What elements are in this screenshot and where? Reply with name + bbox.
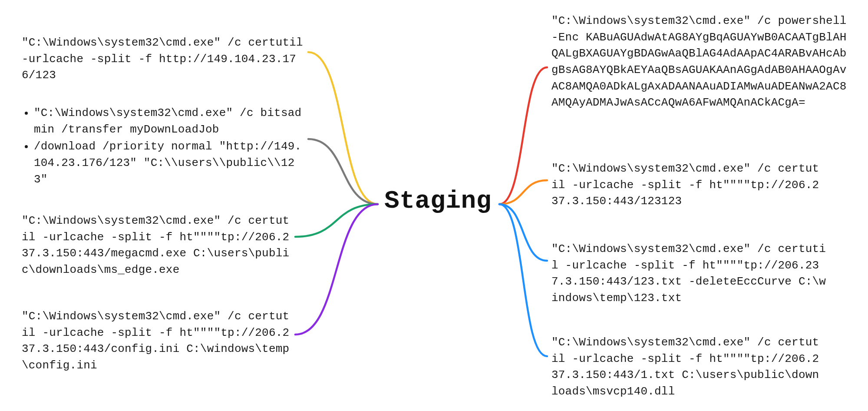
branch-bullet-list: "C:\Windows\system32\cmd.exe" /c bitsadm… xyxy=(22,105,304,188)
branch-text: "C:\Windows\system32\cmd.exe" /c certuti… xyxy=(551,162,819,208)
connector-r4 xyxy=(499,204,547,356)
branch-node-l2: "C:\Windows\system32\cmd.exe" /c bitsadm… xyxy=(22,104,304,189)
connector-r1 xyxy=(499,67,547,204)
connector-r3 xyxy=(499,204,547,261)
connector-l1 xyxy=(308,52,378,204)
branch-text: "C:\Windows\system32\cmd.exe" /c powersh… xyxy=(551,14,847,109)
branch-node-r1: "C:\Windows\system32\cmd.exe" /c powersh… xyxy=(551,13,847,111)
branch-text: "C:\Windows\system32\cmd.exe" /c certuti… xyxy=(22,310,289,372)
connector-l2 xyxy=(308,139,378,204)
branch-text: "C:\Windows\system32\cmd.exe" /c certuti… xyxy=(551,242,826,305)
branch-node-l4: "C:\Windows\system32\cmd.exe" /c certuti… xyxy=(22,308,291,374)
branch-bullet-item: /download /priority normal "http://149.1… xyxy=(34,139,304,188)
branch-bullet-item: "C:\Windows\system32\cmd.exe" /c bitsadm… xyxy=(34,105,304,138)
branch-node-r3: "C:\Windows\system32\cmd.exe" /c certuti… xyxy=(551,241,829,307)
connector-l3 xyxy=(295,204,378,237)
connector-l4 xyxy=(295,204,378,335)
branch-text: "C:\Windows\system32\cmd.exe" /c certuti… xyxy=(22,214,289,276)
branch-node-l1: "C:\Windows\system32\cmd.exe" /c certuti… xyxy=(22,35,304,84)
branch-node-r4: "C:\Windows\system32\cmd.exe" /c certuti… xyxy=(551,335,821,400)
mindmap-canvas: Staging "C:\Windows\system32\cmd.exe" /c… xyxy=(0,0,868,411)
branch-text: "C:\Windows\system32\cmd.exe" /c certuti… xyxy=(22,36,303,82)
connector-r2 xyxy=(499,180,547,204)
branch-node-l3: "C:\Windows\system32\cmd.exe" /c certuti… xyxy=(22,213,291,278)
branch-node-r2: "C:\Windows\system32\cmd.exe" /c certuti… xyxy=(551,161,821,210)
center-node: Staging xyxy=(384,187,492,215)
branch-text: "C:\Windows\system32\cmd.exe" /c certuti… xyxy=(551,336,819,398)
